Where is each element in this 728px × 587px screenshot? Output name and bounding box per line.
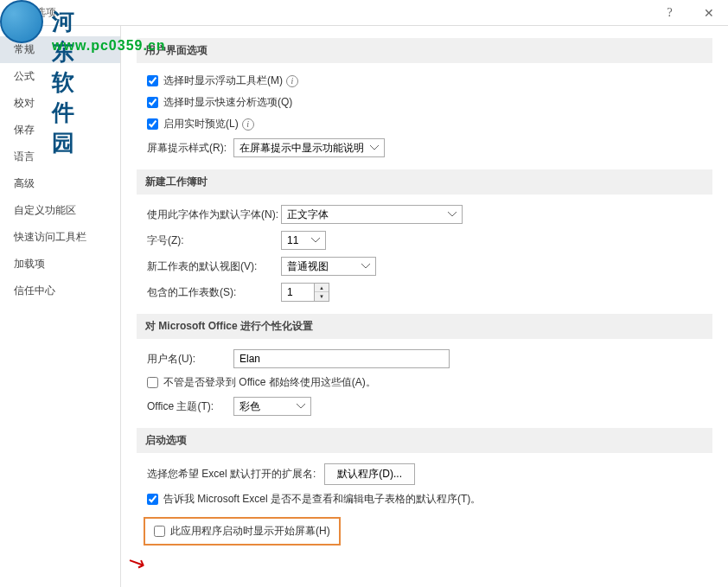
mini-toolbar-checkbox-label[interactable]: 选择时显示浮动工具栏(M) (147, 73, 283, 88)
theme-label: Office 主题(T): (147, 399, 233, 414)
spinner-down-icon[interactable]: ▼ (315, 292, 329, 301)
sidebar-item-quick-access[interactable]: 快速访问工具栏 (0, 224, 120, 251)
section-ui-header: 用户界面选项 (137, 38, 712, 63)
mini-toolbar-checkbox[interactable] (147, 75, 158, 86)
live-preview-checkbox-label[interactable]: 启用实时预览(L) (147, 117, 239, 131)
screentip-select[interactable]: 在屏幕提示中显示功能说明 (233, 138, 385, 157)
sidebar-item-customize-ribbon[interactable]: 自定义功能区 (0, 197, 120, 224)
section-startup-header: 启动选项 (137, 428, 712, 453)
always-use-checkbox[interactable] (147, 377, 158, 388)
screentip-label: 屏幕提示样式(R): (147, 141, 233, 156)
sheets-count-label: 包含的工作表数(S): (147, 285, 281, 300)
section-workbook-header: 新建工作簿时 (137, 169, 712, 195)
sidebar-item-formulas[interactable]: 公式 (0, 63, 120, 90)
spinner-up-icon[interactable]: ▲ (315, 284, 329, 292)
username-label: 用户名(U): (147, 352, 233, 367)
tell-me-checkbox[interactable] (147, 494, 158, 505)
default-programs-button[interactable]: 默认程序(D)... (324, 463, 415, 485)
extensions-label: 选择您希望 Excel 默认打开的扩展名: (147, 467, 316, 482)
theme-select[interactable]: 彩色 (233, 397, 311, 416)
sidebar-item-proofing[interactable]: 校对 (0, 90, 120, 117)
font-size-label: 字号(Z): (147, 233, 281, 248)
sheets-count-input[interactable] (281, 283, 314, 302)
default-view-select[interactable]: 普通视图 (281, 257, 376, 276)
sidebar-item-addins[interactable]: 加载项 (0, 251, 120, 278)
window-title: Excel 选项 (7, 5, 56, 20)
default-font-select[interactable]: 正文字体 (281, 205, 463, 224)
sidebar-item-save[interactable]: 保存 (0, 117, 120, 144)
quick-analysis-checkbox[interactable] (147, 97, 158, 108)
default-font-label: 使用此字体作为默认字体(N): (147, 207, 281, 222)
annotation-highlight: 此应用程序启动时显示开始屏幕(H) (144, 517, 341, 546)
sidebar-item-general[interactable]: 常规 (0, 36, 120, 63)
always-use-checkbox-label[interactable]: 不管是否登录到 Office 都始终使用这些值(A)。 (147, 375, 376, 390)
content-panel: 用户界面选项 选择时显示浮动工具栏(M) i 选择时显示快速分析选项(Q) 启用… (121, 26, 728, 587)
live-preview-checkbox[interactable] (147, 118, 158, 130)
info-icon[interactable]: i (286, 75, 298, 87)
section-personalize-header: 对 Microsoft Office 进行个性化设置 (137, 314, 712, 339)
sheets-count-spinner[interactable]: ▲ ▼ (281, 283, 329, 302)
sidebar-item-language[interactable]: 语言 (0, 144, 120, 170)
sidebar-item-advanced[interactable]: 高级 (0, 170, 120, 197)
sidebar: 常规 公式 校对 保存 语言 高级 自定义功能区 快速访问工具栏 加载项 信任中… (0, 26, 121, 587)
close-button[interactable]: ✕ (689, 0, 728, 26)
sidebar-item-trust-center[interactable]: 信任中心 (0, 278, 120, 304)
start-screen-checkbox[interactable] (154, 526, 165, 537)
info-icon[interactable]: i (242, 118, 254, 131)
font-size-select[interactable]: 11 (281, 231, 326, 250)
username-input[interactable] (233, 349, 450, 368)
titlebar: Excel 选项 ? ✕ (0, 0, 728, 26)
help-button[interactable]: ? (650, 0, 689, 26)
quick-analysis-checkbox-label[interactable]: 选择时显示快速分析选项(Q) (147, 95, 292, 110)
start-screen-checkbox-label[interactable]: 此应用程序启动时显示开始屏幕(H) (154, 524, 330, 539)
tell-me-checkbox-label[interactable]: 告诉我 Microsoft Excel 是否不是查看和编辑电子表格的默认程序(T… (147, 492, 481, 507)
default-view-label: 新工作表的默认视图(V): (147, 259, 281, 274)
